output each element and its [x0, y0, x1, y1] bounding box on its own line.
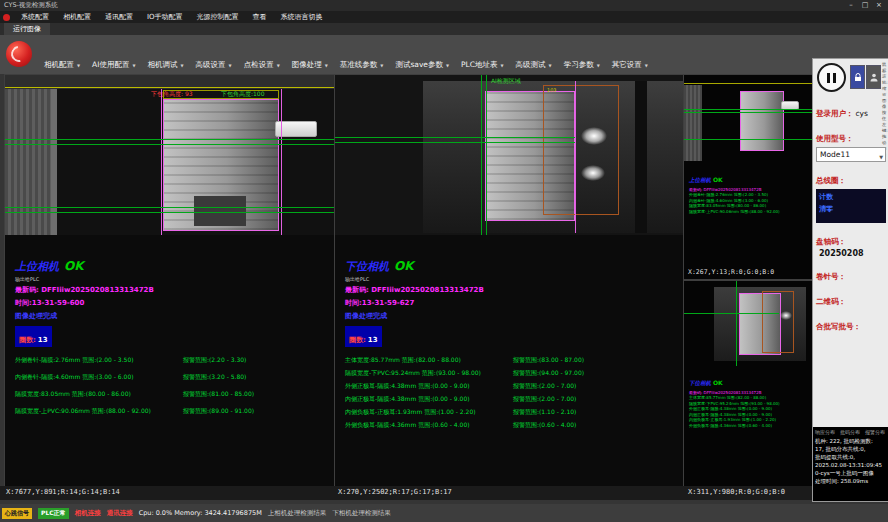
total-coil-label: 总线圈： [816, 176, 846, 185]
stats-lines: 机种: 222, 批码检测数:17, 批码分布共线:0,批码提取共线:0,202… [815, 437, 887, 485]
maximize-button[interactable]: □ [858, 0, 872, 11]
measure-line [5, 139, 334, 140]
timestamp-line: 时间:13-31-59-600 [15, 298, 330, 308]
preview-result-text: 上位相机OK 最新码: DFFIiiw2025020813313472B 外侧卷… [689, 167, 810, 214]
toolbar-menu-item[interactable]: 相机调试 [142, 60, 190, 70]
measure-vline [736, 281, 737, 366]
menu-item[interactable]: 光源控制配置 [190, 11, 246, 23]
login-user-label: 登录用户： [816, 109, 854, 118]
alarm-range-text: 报警范围:(83.00 - 87.00) [513, 356, 584, 369]
stats-tab[interactable]: 响应分布 [815, 429, 835, 435]
cursor-coords: X:267,Y:13;R:0;G:0;B:0 [688, 268, 774, 276]
toolbar-menu-item[interactable]: 学习参数 [558, 60, 606, 70]
upper-camera-image[interactable]: 下包角高度: 93 下包角高度:100 [5, 75, 334, 235]
tab-bar: 运行图像 [0, 23, 888, 35]
upper-camera-view[interactable]: 下包角高度: 93 下包角高度:100 上位相机OK 输出给PLC 最新码: D… [4, 74, 335, 488]
coil-action-link[interactable]: 计数 [819, 191, 883, 203]
timestamp-line: 时间:13-31-59-627 [345, 298, 679, 308]
measure-line [684, 139, 812, 140]
menu-item[interactable]: 系统配置 [14, 11, 56, 23]
lower-camera-image[interactable]: AI检测区域 103 [335, 75, 683, 235]
coil-action-link[interactable]: 清零 [819, 203, 883, 215]
upper-result-block: 上位相机OK 输出给PLC 最新码: DFFIiiw20250208133134… [15, 255, 330, 424]
roi-rect-orange [762, 291, 794, 353]
measurement-text: 外侧负极耳-隔膜:4.36mm 范围:(0.60 - 4.00) [689, 423, 810, 429]
workpiece-shadow [194, 196, 246, 226]
alarm-range-text: 报警范围:(89.00 - 91.00) [183, 407, 254, 424]
camera-name-label: 上位相机 [15, 260, 59, 273]
toolbar-menu-item[interactable]: AI使用配置 [86, 60, 141, 70]
menu-item[interactable]: 查看 [246, 11, 274, 23]
menu-item[interactable]: 系统语言切换 [274, 11, 330, 23]
reel-code-value: 20250208 [819, 249, 886, 258]
app-icon [3, 14, 10, 21]
lock-button[interactable] [850, 65, 865, 89]
toolbar-menu-item[interactable]: 点检设置 [238, 60, 286, 70]
lower-camera-view[interactable]: AI检测区域 103 下位相机OK 输出给PLC 最新码: DFFIiiw202… [334, 74, 684, 488]
measurement-text: 主体宽度:85.77mm 范围:(82.00 - 88.00) [345, 356, 513, 369]
measurement-text: 隔膜宽度:83.05mm 范围:(80.00 - 86.00) [15, 390, 183, 407]
comm-link-status: 通讯连接 [107, 509, 133, 518]
minimize-button[interactable]: – [844, 0, 858, 11]
window-title: CYS-视觉检测系统 [4, 1, 58, 10]
toolbar-menu-item[interactable]: 图像处理 [286, 60, 334, 70]
preview-cursor-coords: X:311,Y:980;R:0;G:0;B:0 [688, 488, 785, 496]
measurement-text: 隔膜宽度-下PVC:95.24mm 范围:(93.00 - 98.00) [345, 369, 513, 382]
preview-image[interactable] [684, 281, 812, 366]
tab-run-image[interactable]: 运行图像 [4, 23, 50, 35]
toolbar-menu-item[interactable]: 其它设置 [606, 60, 654, 70]
preview-measurements: 主体宽度:85.77mm 范围:(82.00 - 88.00)隔膜宽度-下PVC… [689, 395, 810, 428]
machine-texture [684, 85, 702, 161]
toolbar-menu-item[interactable]: PLC地址表 [455, 60, 510, 70]
alarm-range-text: 报警范围:(1.10 - 2.10) [513, 408, 576, 421]
preview-image[interactable] [684, 75, 812, 163]
stats-tab[interactable]: 报警分布 [865, 429, 885, 435]
yellow-ref-line [5, 87, 334, 88]
measure-line [335, 137, 575, 138]
user-switch-button[interactable] [866, 65, 881, 89]
measure-line [5, 212, 334, 213]
machine-texture [5, 89, 51, 235]
model-select[interactable]: Mode11 [816, 147, 886, 162]
measurement-row: 隔膜宽度:83.05mm 范围:(80.00 - 86.00) 报警范围:(81… [15, 390, 330, 407]
toolbar-menu-item[interactable]: 高级设置 [190, 60, 238, 70]
preview-result-text: 下位相机OK 最新码: DFFIiiw2025020813313472B 主体宽… [689, 370, 810, 428]
lower-camera-preview[interactable]: 下位相机OK 最新码: DFFIiiw2025020813313472B 主体宽… [683, 280, 813, 488]
toolbar: 相机配置AI使用配置相机调试高级设置点检设置图像处理基准线参数测试save参数P… [0, 35, 888, 74]
close-button[interactable]: × [872, 0, 886, 11]
toolbar-menu-item[interactable]: 测试save参数 [389, 60, 455, 70]
toolbar-menu-item[interactable]: 相机配置 [38, 60, 86, 70]
login-user-value: cys [856, 109, 868, 118]
menu-item[interactable]: 通讯配置 [98, 11, 140, 23]
camera-result-title: 下位相机OK [345, 255, 679, 274]
toolbar-menu-item[interactable]: 基准线参数 [334, 60, 390, 70]
stats-line: 0-cys一号上批码一图像 [815, 469, 887, 477]
pause-button[interactable] [817, 63, 846, 92]
measurement-row: 内侧正极耳-隔膜:4.38mm 范围:(0.00 - 9.00) 报警范围:(2… [345, 395, 679, 408]
lower-result-block: 下位相机OK 输出给PLC 最新码: DFFIiiw20250208133134… [345, 255, 679, 434]
status-badge: OK [713, 379, 723, 386]
qr-code-label: 二维码： [816, 297, 846, 306]
bright-blob [780, 311, 792, 320]
mouse-hint-text: 鼠标滚轮:缩放图像 按住左键:拖动图像 [882, 62, 888, 158]
plc-badge: PLC正常 [38, 508, 69, 519]
menu-item[interactable]: IO手动配置 [140, 11, 190, 23]
measure-vline [481, 75, 482, 235]
stats-tab[interactable]: 批码分布 [840, 429, 860, 435]
measurement-row: 外侧负极耳-隔膜:4.36mm 范围:(0.60 - 4.00) 报警范围:(0… [345, 421, 679, 434]
toolbar-menu-item[interactable]: 高级测试 [510, 60, 558, 70]
alarm-range-text: 报警范围:(2.00 - 7.00) [513, 395, 576, 408]
needle-no-label: 卷针号： [816, 272, 846, 281]
measurement-text: 外侧正极耳-隔膜:4.38mm 范围:(0.00 - 9.00) [345, 382, 513, 395]
cpu-memory-text: Cpu: 0.0% Memory: 3424.41796875M [139, 509, 262, 517]
upper-camera-preview[interactable]: 上位相机OK 最新码: DFFIiiw2025020813313472B 外侧卷… [683, 74, 813, 280]
alarm-range-text: 报警范围:(81.00 - 85.00) [183, 390, 254, 407]
measurement-row: 外侧卷针-隔膜:2.76mm 范围:(2.00 - 3.50) 报警范围:(2.… [15, 356, 330, 373]
coil-count-label: 圈数: [349, 336, 366, 344]
coil-panel: 计数清零 [816, 189, 886, 223]
heartbeat-badge: 心跳信号 [2, 508, 32, 519]
coil-count-value: 13 [368, 336, 378, 344]
menu-item[interactable]: 相机配置 [56, 11, 98, 23]
stats-line: 批码提取共线:0, [815, 453, 887, 461]
camera-name-label: 下位相机 [689, 380, 711, 386]
